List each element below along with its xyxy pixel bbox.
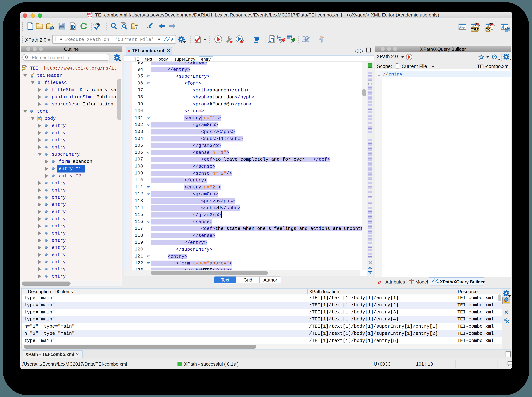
svg-text:TEI: TEI: [23, 68, 25, 70]
svg-text:<●>: <●>: [88, 15, 92, 17]
svg-text:XML: XML: [88, 13, 91, 15]
svg-text:*: *: [147, 26, 148, 30]
svg-text:XSLT: XSLT: [471, 28, 479, 31]
svg-text:XQ: XQ: [486, 28, 491, 31]
